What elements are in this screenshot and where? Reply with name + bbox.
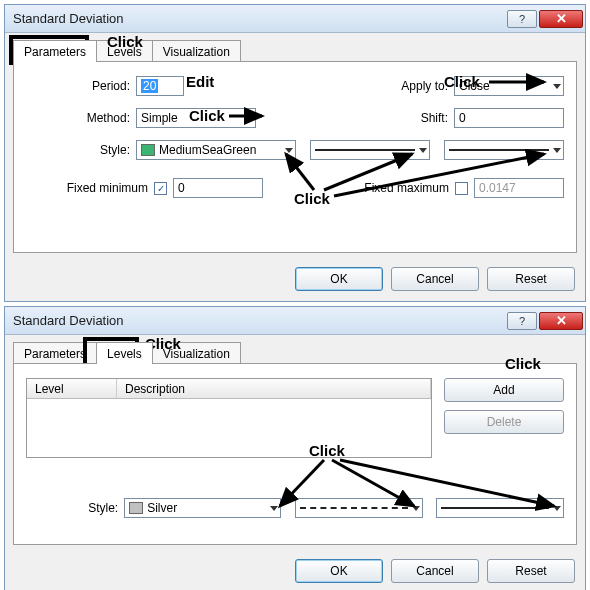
period-input[interactable]: 20	[136, 76, 184, 96]
method-combo[interactable]: Simple	[136, 108, 256, 128]
reset-button[interactable]: Reset	[487, 267, 575, 291]
chevron-down-icon	[553, 84, 561, 89]
line-dashed-icon	[300, 507, 408, 509]
cancel-button[interactable]: Cancel	[391, 559, 479, 583]
fixed-max-label: Fixed maximum	[355, 181, 455, 195]
style-label: Style:	[26, 143, 136, 157]
tab-visualization[interactable]: Visualization	[152, 342, 241, 364]
close-button[interactable]: ✕	[539, 312, 583, 330]
chevron-down-icon	[553, 506, 561, 511]
col-description[interactable]: Description	[117, 379, 431, 398]
dialog-levels: Standard Deviation ? ✕ Parameters Levels…	[4, 306, 586, 590]
button-bar: OK Cancel Reset	[5, 553, 585, 590]
parameters-panel: Period: 20 Apply to: Close Method: Simpl…	[13, 61, 577, 253]
chevron-down-icon	[285, 148, 293, 153]
list-body[interactable]	[27, 399, 431, 457]
chevron-down-icon	[412, 506, 420, 511]
method-label: Method:	[26, 111, 136, 125]
tab-visualization[interactable]: Visualization	[152, 40, 241, 62]
style-line-combo[interactable]	[310, 140, 430, 160]
style-color-combo[interactable]: Silver	[124, 498, 281, 518]
fixed-min-checkbox[interactable]: ✓	[154, 182, 167, 195]
levels-list[interactable]: Level Description	[26, 378, 432, 458]
reset-button[interactable]: Reset	[487, 559, 575, 583]
chevron-down-icon	[419, 148, 427, 153]
tabs: Parameters Levels Visualization	[5, 33, 585, 61]
help-button[interactable]: ?	[507, 312, 537, 330]
style-width-combo[interactable]	[444, 140, 564, 160]
style-color-combo[interactable]: MediumSeaGreen	[136, 140, 296, 160]
cancel-button[interactable]: Cancel	[391, 267, 479, 291]
line-sample-icon	[315, 149, 415, 151]
tab-parameters[interactable]: Parameters	[13, 342, 97, 364]
window-title: Standard Deviation	[13, 11, 505, 26]
help-button[interactable]: ?	[507, 10, 537, 28]
titlebar: Standard Deviation ? ✕	[5, 307, 585, 335]
style-line-combo[interactable]	[295, 498, 423, 518]
chevron-down-icon	[270, 506, 278, 511]
window-title: Standard Deviation	[13, 313, 505, 328]
period-label: Period:	[26, 79, 136, 93]
apply-to-label: Apply to:	[384, 79, 454, 93]
fixed-max-input[interactable]: 0.0147	[474, 178, 564, 198]
add-button[interactable]: Add	[444, 378, 564, 402]
tab-levels[interactable]: Levels	[96, 342, 153, 364]
ok-button[interactable]: OK	[295, 267, 383, 291]
line-sample-icon	[441, 507, 549, 509]
chevron-down-icon	[553, 148, 561, 153]
tab-parameters[interactable]: Parameters	[13, 40, 97, 62]
col-level[interactable]: Level	[27, 379, 117, 398]
tab-levels[interactable]: Levels	[96, 40, 153, 62]
list-side-buttons: Add Delete	[444, 378, 564, 458]
fixed-max-checkbox[interactable]	[455, 182, 468, 195]
shift-label: Shift:	[384, 111, 454, 125]
list-header: Level Description	[27, 379, 431, 399]
delete-button[interactable]: Delete	[444, 410, 564, 434]
shift-input[interactable]: 0	[454, 108, 564, 128]
titlebar: Standard Deviation ? ✕	[5, 5, 585, 33]
close-button[interactable]: ✕	[539, 10, 583, 28]
chevron-down-icon	[245, 116, 253, 121]
style-width-combo[interactable]	[436, 498, 564, 518]
dialog-parameters: Standard Deviation ? ✕ Parameters Levels…	[4, 4, 586, 302]
color-swatch-icon	[129, 502, 143, 514]
fixed-min-label: Fixed minimum	[26, 181, 154, 195]
apply-to-combo[interactable]: Close	[454, 76, 564, 96]
line-sample-icon	[449, 149, 549, 151]
style-label: Style:	[26, 501, 124, 515]
button-bar: OK Cancel Reset	[5, 261, 585, 301]
levels-panel: Level Description Add Delete Style: Silv…	[13, 363, 577, 545]
color-swatch-icon	[141, 144, 155, 156]
ok-button[interactable]: OK	[295, 559, 383, 583]
tabs: Parameters Levels Visualization	[5, 335, 585, 363]
fixed-min-input[interactable]: 0	[173, 178, 263, 198]
